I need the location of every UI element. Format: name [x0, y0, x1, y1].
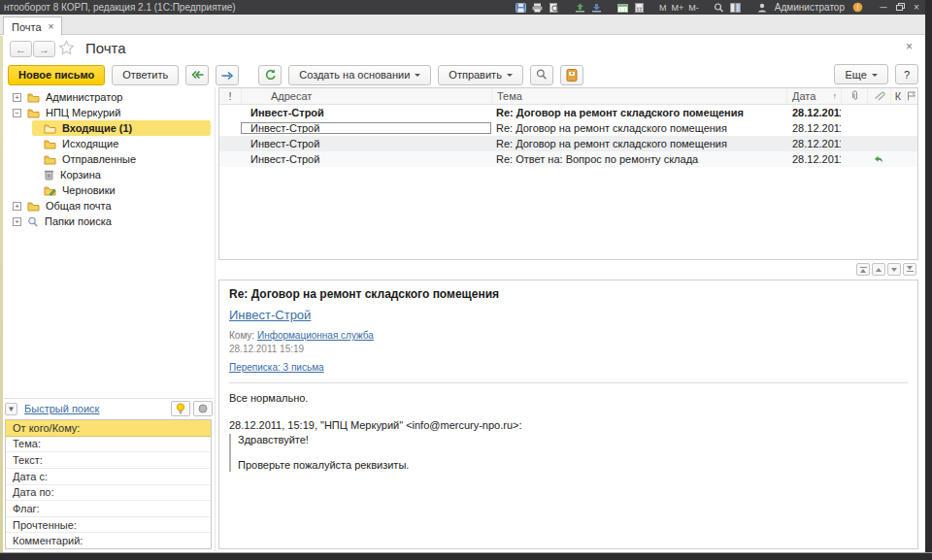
- tree-item-npc-mercury[interactable]: − НПЦ Меркурий: [5, 105, 213, 120]
- folder-tree: + Администратор − НПЦ Меркурий Входящие …: [5, 89, 213, 229]
- flag-icon: [907, 91, 916, 101]
- column-addressee[interactable]: Адресат: [241, 88, 491, 104]
- filter-field-text[interactable]: Текст:: [6, 452, 211, 469]
- body-line: Все нормально.: [229, 392, 908, 404]
- filter-field-subject[interactable]: Тема:: [6, 437, 211, 453]
- expand-icon[interactable]: +: [13, 202, 21, 211]
- desktop-edge-bottom: [0, 552, 932, 560]
- new-letter-button[interactable]: Новое письмо: [8, 65, 105, 85]
- refresh-button[interactable]: [258, 65, 282, 85]
- thread-link[interactable]: Переписка: 3 письма: [229, 362, 324, 373]
- forward-letter-button[interactable]: [216, 65, 239, 85]
- tab-mail[interactable]: Почта ×: [3, 16, 62, 36]
- workspace-close-icon[interactable]: ×: [906, 40, 913, 53]
- tree-item-shared-mail[interactable]: + Общая почта: [5, 198, 213, 214]
- drafts-folder-icon: [44, 185, 56, 196]
- back-button[interactable]: ←: [10, 41, 32, 57]
- calculator-icon[interactable]: [633, 2, 645, 13]
- folder-icon: [27, 92, 40, 103]
- filter-field-date-to[interactable]: Дата по:: [6, 485, 211, 502]
- column-subject[interactable]: Тема: [491, 88, 786, 104]
- folder-icon: [44, 154, 56, 165]
- collapse-icon[interactable]: −: [13, 109, 21, 117]
- collapse-chevron-icon[interactable]: ▼: [5, 403, 17, 415]
- mail-row[interactable]: Инвест-Строй Re: Договор на ремонт склад…: [219, 105, 917, 120]
- filter-field-comment[interactable]: Комментарий:: [6, 533, 211, 548]
- reply-all-icon: [190, 70, 205, 81]
- expand-icon[interactable]: +: [13, 93, 21, 102]
- quote-line: [238, 446, 908, 459]
- filter-field-date-from[interactable]: Дата с:: [6, 469, 211, 485]
- memory-m-plus-button[interactable]: M+: [672, 3, 684, 13]
- letter-from-link[interactable]: Инвест-Строй: [229, 308, 311, 322]
- tree-item-sent[interactable]: Отправленные: [5, 151, 213, 167]
- titlebar-icons: M M+ M- Администратор ! ─ ×: [515, 2, 922, 13]
- search-icon: [536, 69, 548, 81]
- tree-item-search-folders[interactable]: + Папки поиска: [5, 214, 213, 229]
- tab-bar: Почта ×: [0, 15, 925, 35]
- load-file-icon[interactable]: [574, 2, 585, 13]
- filter-field-from-to[interactable]: От кого/Кому:: [6, 420, 211, 437]
- create-based-on-button[interactable]: Создать на основании: [288, 65, 431, 85]
- tab-close-icon[interactable]: ×: [49, 21, 54, 32]
- column-flag[interactable]: [905, 88, 917, 104]
- mail-row-current[interactable]: Инвест-Строй Re: Договор на ремонт склад…: [219, 120, 917, 136]
- go-last-button[interactable]: [903, 263, 916, 276]
- tree-item-inbox[interactable]: Входящие (1): [5, 120, 213, 136]
- reply-button[interactable]: Ответить: [112, 65, 179, 85]
- folder-icon: [44, 139, 56, 149]
- column-date[interactable]: Дата ↑: [786, 88, 841, 104]
- chevron-down-icon: [415, 74, 420, 80]
- more-button[interactable]: Еще: [834, 64, 887, 84]
- restore-button[interactable]: [894, 2, 906, 13]
- letter-body: Все нормально. 28.12.2011, 15:19, "НПЦ М…: [229, 392, 908, 472]
- address-book-button[interactable]: [560, 65, 583, 85]
- print-preview-icon[interactable]: [548, 2, 559, 13]
- clear-filter-button[interactable]: [193, 401, 213, 416]
- current-user[interactable]: Администратор: [775, 2, 845, 13]
- print-icon[interactable]: [531, 2, 543, 13]
- app-window: нтооборот 8 КОРП, редакция 2.1 (1С:Предп…: [0, 0, 932, 560]
- tree-item-drafts[interactable]: Черновики: [5, 182, 213, 198]
- filter-field-flag[interactable]: Флаг:: [6, 501, 211, 517]
- search-letters-button[interactable]: [530, 65, 553, 85]
- filter-field-read[interactable]: Прочтенные:: [6, 517, 211, 534]
- favorite-star-icon[interactable]: [58, 40, 75, 59]
- columns-icon[interactable]: [730, 2, 742, 13]
- go-first-button[interactable]: [856, 263, 870, 276]
- refresh-icon: [264, 69, 276, 81]
- preview-divider: [229, 382, 908, 383]
- calendar-icon[interactable]: [616, 2, 628, 13]
- column-comment[interactable]: К: [890, 88, 905, 104]
- memory-m-minus-button[interactable]: M-: [688, 3, 699, 13]
- trash-icon: [44, 169, 54, 181]
- send-button[interactable]: Отправить: [438, 65, 523, 85]
- mail-row[interactable]: Инвест-Строй Re: Ответ на: Вопрос по рем…: [219, 151, 917, 167]
- save-icon[interactable]: [515, 2, 526, 13]
- letter-to-link[interactable]: Информационная служба: [257, 330, 374, 341]
- panel-splitter[interactable]: [215, 87, 216, 551]
- reply-all-button[interactable]: [185, 65, 209, 85]
- forward-button[interactable]: →: [33, 41, 55, 57]
- apply-filter-button[interactable]: [171, 401, 190, 416]
- tree-item-trash[interactable]: Корзина: [5, 167, 213, 182]
- find-icon[interactable]: [714, 2, 725, 13]
- help-button[interactable]: ?: [895, 64, 918, 84]
- expand-icon[interactable]: +: [13, 217, 21, 226]
- tree-item-outbox[interactable]: Исходящие: [5, 136, 213, 151]
- go-previous-button[interactable]: [872, 263, 885, 276]
- quick-search-header: ▼ Быстрый поиск: [5, 400, 213, 417]
- save-file-icon[interactable]: [590, 2, 602, 13]
- column-attachment[interactable]: [841, 88, 867, 104]
- go-next-button[interactable]: [887, 263, 901, 276]
- minimize-button[interactable]: ─: [878, 2, 889, 13]
- quick-search-link[interactable]: Быстрый поиск: [24, 403, 99, 414]
- memory-m-button[interactable]: M: [659, 3, 667, 13]
- service-messages-icon[interactable]: !: [851, 2, 863, 13]
- tree-item-administrator[interactable]: + Администратор: [5, 89, 213, 105]
- toolbar-right: Еще ?: [834, 64, 918, 84]
- column-reply-status[interactable]: [867, 88, 890, 104]
- close-window-button[interactable]: ×: [911, 2, 922, 13]
- mail-row[interactable]: Инвест-Строй Re: Договор на ремонт склад…: [219, 136, 917, 151]
- column-importance[interactable]: !: [219, 88, 241, 104]
